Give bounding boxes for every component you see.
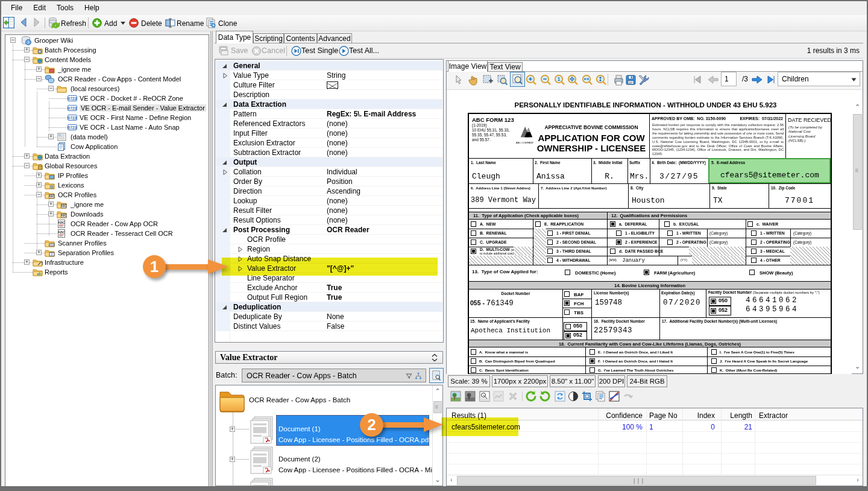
svg-text:ABC: ABC (61, 204, 67, 207)
svg-text:ABC: ABC (61, 214, 67, 217)
svg-text:1: 1 (558, 76, 561, 82)
svg-text:ABC: ABC (49, 195, 55, 198)
